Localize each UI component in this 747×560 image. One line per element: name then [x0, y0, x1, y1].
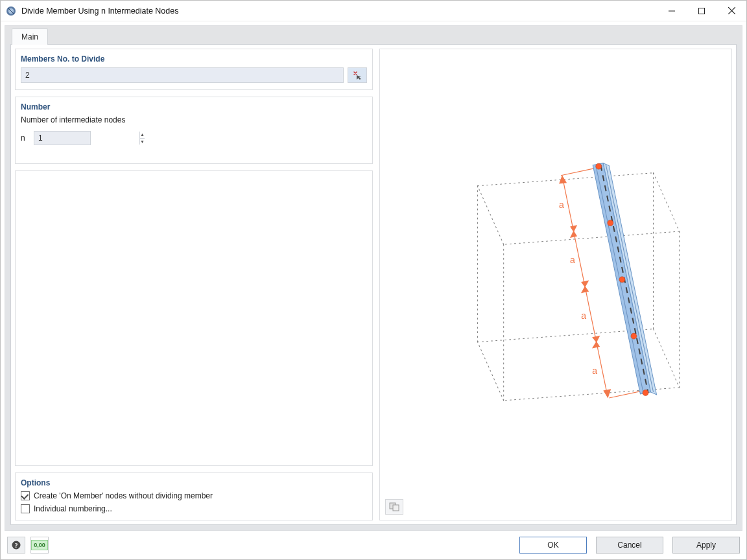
cancel-button[interactable]: Cancel [596, 537, 663, 554]
pick-in-view-button[interactable] [348, 67, 367, 83]
checkbox-individual-numbering-label: Individual numbering... [34, 504, 112, 513]
svg-point-24 [643, 390, 648, 395]
close-button[interactable] [717, 1, 746, 21]
svg-marker-8 [582, 281, 588, 286]
svg-point-22 [619, 277, 625, 283]
tabstrip: Main [5, 26, 742, 44]
dim-label-a-2: a [570, 255, 575, 265]
number-panel-title: Number [21, 102, 367, 111]
window-title: Divide Member Using n Intermediate Nodes [21, 6, 178, 16]
minimize-button[interactable] [657, 1, 687, 21]
n-step-up[interactable]: ▲ [140, 132, 145, 139]
preview-options-button[interactable] [385, 499, 403, 515]
intermediate-nodes-label: Number of intermediate nodes [21, 115, 367, 124]
empty-panel [15, 170, 373, 466]
preview-illustration: a a a a [380, 49, 731, 505]
svg-point-20 [596, 163, 602, 169]
svg-marker-6 [571, 226, 576, 231]
dim-label-a-1: a [559, 200, 564, 210]
n-label: n [21, 134, 30, 143]
tab-main[interactable]: Main [12, 29, 48, 45]
help-button[interactable]: ? [7, 537, 25, 554]
checkbox-on-member[interactable] [21, 491, 30, 500]
number-panel: Number Number of intermediate nodes n ▲ … [15, 97, 373, 164]
svg-point-21 [608, 220, 613, 226]
members-panel-title: Members No. to Divide [21, 54, 367, 64]
dialog-button-bar: ? 0,00 OK Cancel Apply [1, 531, 746, 559]
ok-button-label: OK [547, 541, 558, 550]
app-icon [6, 6, 16, 16]
svg-line-12 [561, 169, 595, 176]
members-panel: Members No. to Divide [15, 49, 373, 90]
n-step-down[interactable]: ▼ [140, 139, 145, 145]
svg-marker-9 [582, 286, 588, 292]
preview-panel: a a a a [379, 49, 732, 520]
tab-main-label: Main [21, 32, 38, 41]
ok-button[interactable]: OK [519, 537, 587, 554]
svg-text:?: ? [15, 542, 18, 549]
checkbox-on-member-label: Create 'On Member' nodes without dividin… [34, 491, 213, 500]
svg-point-23 [631, 333, 637, 339]
svg-rect-2 [699, 8, 705, 14]
dim-label-a-4: a [592, 366, 597, 376]
svg-marker-10 [593, 336, 599, 342]
n-input[interactable] [34, 132, 139, 145]
members-to-divide-input[interactable] [21, 67, 344, 83]
dim-label-a-3: a [581, 310, 586, 321]
apply-button-label: Apply [696, 541, 716, 550]
options-panel-title: Options [21, 478, 367, 487]
svg-rect-26 [393, 505, 399, 511]
n-spinner[interactable]: ▲ ▼ [34, 131, 91, 145]
svg-marker-11 [593, 342, 599, 348]
svg-line-13 [609, 391, 643, 398]
units-label: 0,00 [31, 540, 48, 550]
svg-marker-5 [604, 390, 610, 397]
checkbox-individual-numbering[interactable] [21, 504, 30, 513]
apply-button[interactable]: Apply [672, 537, 740, 554]
svg-marker-7 [571, 231, 576, 237]
cancel-button-label: Cancel [617, 541, 641, 550]
units-button[interactable]: 0,00 [30, 537, 49, 554]
titlebar: Divide Member Using n Intermediate Nodes [1, 1, 746, 21]
options-panel: Options Create 'On Member' nodes without… [15, 472, 373, 520]
maximize-button[interactable] [687, 1, 717, 21]
svg-line-18 [606, 165, 653, 392]
